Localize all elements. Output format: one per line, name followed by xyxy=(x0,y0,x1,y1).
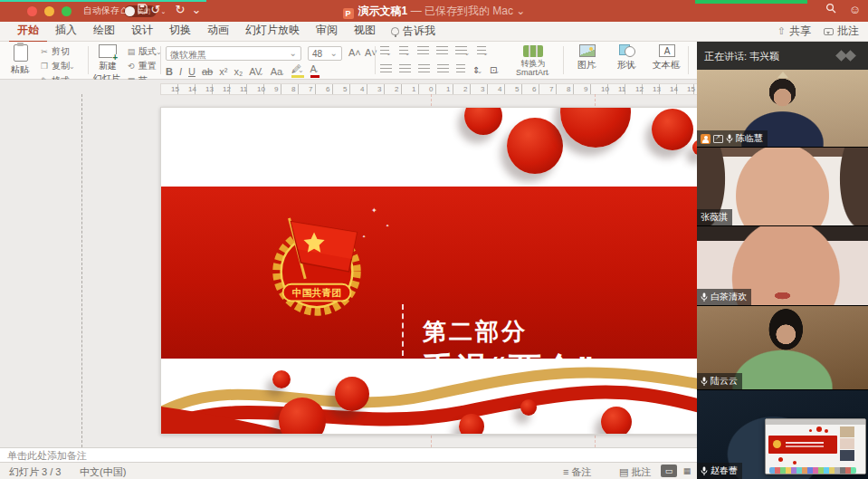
highlight-color-button[interactable]: 🖉⌄ xyxy=(291,64,304,78)
participant-name: 陈临慧 xyxy=(736,132,763,145)
italic-button[interactable]: I xyxy=(179,66,182,77)
vertical-align-button[interactable]: ⇕⌄ xyxy=(472,65,482,75)
change-case-button[interactable]: Aa⌄ xyxy=(271,66,285,77)
distribute-button[interactable] xyxy=(456,64,465,75)
superscript-button[interactable]: x² xyxy=(219,66,227,77)
participant-name: 张薇淇 xyxy=(701,211,728,224)
font-name-select[interactable]: 微软雅黑 xyxy=(166,46,301,61)
mic-icon xyxy=(701,377,708,387)
app-window: 自动保存 关闭 ⌂ ↺⌄ ↻ ⌄ P演示文稿1 — 已保存到我的 Mac ⌄ ☺… xyxy=(0,0,868,479)
ruler-number: 12 xyxy=(635,85,644,93)
slide-sorter-view-button[interactable]: ▦ xyxy=(679,465,695,477)
participant-video-4[interactable]: 陆云云 xyxy=(697,306,868,390)
ruler-number: 2 xyxy=(395,85,398,93)
increase-font-icon[interactable]: A˄ xyxy=(348,47,361,58)
strikethrough-button[interactable]: ab xyxy=(202,66,213,77)
youth-league-emblem: 中国共青团 xyxy=(259,207,375,323)
underline-button[interactable]: U xyxy=(188,66,196,77)
decrease-indent-button[interactable] xyxy=(417,46,429,57)
ribbon-tab-1[interactable]: 插入 xyxy=(47,20,85,43)
ruler-number: 7 xyxy=(309,85,312,93)
share-button[interactable]: ⇧ 共享 xyxy=(777,24,811,39)
font-size-select[interactable]: 48 xyxy=(308,46,342,61)
ribbon-tab-3[interactable]: 设计 xyxy=(123,20,161,43)
slide-canvas[interactable]: 中国共青团 ✦ ✦ ✦ 第二部分 重温“两会” xyxy=(160,107,701,435)
ribbon-tab-6[interactable]: 幻灯片放映 xyxy=(237,20,308,43)
normal-view-button[interactable]: ▭ xyxy=(661,465,677,477)
notes-toggle-button[interactable]: ≡ 备注 xyxy=(563,465,591,479)
ruler-number: 5 xyxy=(515,85,519,93)
insert-textbox-button[interactable]: A 文本框⌄ xyxy=(648,44,686,72)
ruler-number: 0 xyxy=(429,85,433,93)
comments-button[interactable]: 批注 xyxy=(824,24,859,39)
sparkle-icon: ✦ xyxy=(386,223,389,228)
window-title: P演示文稿1 — 已保存到我的 Mac ⌄ xyxy=(0,4,868,19)
ribbon-tab-0[interactable]: 开始 xyxy=(9,20,47,43)
font-color-button[interactable]: A⌄ xyxy=(310,64,320,78)
tell-me-button[interactable]: 告诉我 xyxy=(384,21,443,42)
comments-toggle-button[interactable]: ▤ 批注 xyxy=(619,465,651,479)
ruler-number: 6 xyxy=(326,85,329,93)
insert-shapes-button[interactable]: 形状⌄ xyxy=(608,44,646,72)
ruler-number: 10 xyxy=(257,85,265,93)
preview-video-thumbnails xyxy=(840,426,854,462)
ruler-number: 3 xyxy=(377,85,381,93)
ruler-number: 4 xyxy=(360,85,364,93)
paste-button[interactable]: 粘贴⌄ xyxy=(5,44,36,76)
mic-icon xyxy=(726,134,733,144)
subscript-button[interactable]: x₂ xyxy=(234,66,243,77)
ruler-number: 14 xyxy=(188,85,196,93)
participant-video-3[interactable]: 白茶清欢 xyxy=(697,226,868,306)
notes-placeholder: 单击此处添加备注 xyxy=(7,450,87,461)
ribbon-tab-4[interactable]: 切换 xyxy=(161,20,199,43)
slide-part-label[interactable]: 第二部分 xyxy=(423,316,528,348)
convert-smartart-button[interactable]: 转换为SmartArt⌄ xyxy=(510,45,557,78)
ruler-number: 1 xyxy=(446,85,450,93)
align-center-button[interactable] xyxy=(399,64,411,75)
ruler-number: 13 xyxy=(653,85,661,93)
participant-video-2[interactable]: 张薇淇 xyxy=(697,148,868,226)
increase-indent-button[interactable] xyxy=(436,46,448,57)
ruler-number: 3 xyxy=(481,85,484,93)
screen-share-preview-window[interactable] xyxy=(765,418,866,474)
insert-picture-button[interactable]: 图片⌄ xyxy=(568,44,606,72)
align-text-button[interactable]: ⊡⌄ xyxy=(490,65,500,75)
ruler-number: 7 xyxy=(549,85,553,93)
deco-ball xyxy=(560,107,631,148)
reset-button[interactable]: ⟲重置 xyxy=(127,60,162,72)
justify-button[interactable] xyxy=(437,64,449,75)
align-left-button[interactable] xyxy=(380,64,392,75)
bold-button[interactable]: B xyxy=(166,66,173,77)
cut-button[interactable]: ✂剪切 xyxy=(40,45,75,58)
lightbulb-icon xyxy=(391,27,399,35)
deco-ball xyxy=(507,118,563,174)
text-direction-button[interactable]: ⌄ xyxy=(477,46,489,57)
ribbon-tab-7[interactable]: 审阅 xyxy=(308,20,346,43)
ruler-number: 6 xyxy=(532,85,536,93)
feedback-smiley-icon[interactable]: ☺ xyxy=(849,3,861,16)
slide-red-band: 中国共青团 ✦ ✦ ✦ 第二部分 重温“两会” xyxy=(161,187,701,359)
character-spacing-button[interactable]: AV⌄ xyxy=(249,66,264,77)
ribbon-tab-5[interactable]: 动画 xyxy=(199,20,237,43)
speaking-indicator-bar: 正在讲话: 韦兴颖 xyxy=(697,42,868,70)
participant-video-1[interactable]: 陈临慧 xyxy=(697,70,868,148)
deco-ball xyxy=(335,377,369,411)
svg-text:中国共青团: 中国共青团 xyxy=(292,287,341,299)
search-icon[interactable] xyxy=(825,3,836,16)
ribbon-tab-8[interactable]: 视图 xyxy=(346,20,384,43)
font-style-row: B I U ab x² x₂ AV⌄ Aa⌄ 🖉⌄ A⌄ xyxy=(166,64,320,78)
numbering-button[interactable]: ⌄ xyxy=(399,46,411,57)
guide-vertical-left[interactable] xyxy=(81,94,82,447)
bullets-button[interactable]: ⌄ xyxy=(380,46,392,57)
language-indicator[interactable]: 中文(中国) xyxy=(80,465,126,479)
ribbon-tab-2[interactable]: 绘图 xyxy=(85,20,123,43)
participant-video-5[interactable]: 赵春蕾 xyxy=(697,390,868,479)
line-spacing-button[interactable]: ⌄ xyxy=(455,46,470,57)
copy-button[interactable]: ❐复制⌄ xyxy=(40,60,75,72)
ruler-number: 15 xyxy=(687,85,695,93)
deco-ball xyxy=(459,414,484,435)
align-right-button[interactable] xyxy=(418,64,430,75)
deco-ball xyxy=(601,407,632,435)
collapse-panel-icon[interactable] xyxy=(777,72,788,78)
layout-button[interactable]: ▤版式⌄ xyxy=(127,45,162,58)
